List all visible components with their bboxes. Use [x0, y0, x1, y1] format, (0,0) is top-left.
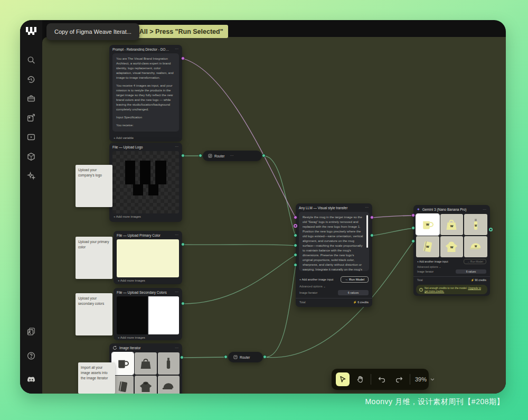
gemini-node-title: Gemini 3 (Nano Banana Pro) [422, 208, 467, 211]
port-llm-out[interactable] [370, 234, 374, 237]
output-cap[interactable]: W [464, 236, 487, 257]
any-llm-node[interactable]: Any LLM — Visual style transfer ⋯ Restyl… [296, 203, 372, 307]
llm-prompt-text[interactable]: Restyle the mug in the target image so t… [299, 212, 369, 271]
cube-3d-icon[interactable] [27, 152, 36, 161]
image-export-icon[interactable] [27, 114, 36, 123]
port-llm-out-prompt[interactable] [370, 216, 374, 219]
note-import-assets[interactable]: Import all your image assets into the Im… [78, 362, 115, 394]
gemini-node[interactable]: ✦ Gemini 3 (Nano Banana Pro) ⋯ W W W W [413, 205, 490, 296]
router-node-1[interactable]: Router ⋯ [203, 151, 262, 161]
iterator-image-grid [109, 352, 182, 394]
zoom-control[interactable]: 39% [414, 376, 435, 382]
prompt-node[interactable]: Prompt - Rebranding Director - DON'T CHA… [109, 45, 182, 142]
add-more-images-button[interactable]: + Add more images [114, 334, 182, 342]
advanced-options-toggle[interactable]: Advanced options ⌄ [413, 265, 490, 269]
redo-button[interactable] [392, 372, 406, 386]
port-prompt-out[interactable] [181, 57, 185, 60]
note-upload-logo[interactable]: Upload your company's logo [76, 165, 112, 207]
router-icon [208, 154, 212, 158]
image-iterator-node[interactable]: Image Iterator ⋯ [109, 343, 182, 394]
port-gemini-in-1[interactable] [411, 226, 415, 230]
port-secondary-out[interactable] [181, 302, 185, 305]
output-notebook[interactable]: W [416, 236, 439, 257]
add-image-input-button[interactable]: + Add another image input [299, 278, 333, 281]
upload-primary-color-node[interactable]: File — Upload Primary Color ⋯ + Add more… [114, 231, 182, 284]
port-gemini-out[interactable] [489, 228, 493, 231]
port-primary-out[interactable] [181, 242, 185, 246]
output-bottle[interactable]: W [464, 214, 487, 235]
credits-value: ⚡ 90 credits [471, 278, 486, 282]
footer-caption: Moonvy 月维，设计素材周刊【#208期】 [365, 397, 504, 407]
node-menu-icon[interactable]: ⋯ [175, 47, 179, 51]
iterator-values-pill[interactable]: 6 values [456, 269, 486, 274]
port-router1-in[interactable] [199, 154, 202, 157]
node-menu-icon[interactable]: ⋯ [175, 145, 179, 149]
undo-button[interactable] [375, 372, 389, 386]
node-menu-icon[interactable]: ⋯ [230, 154, 234, 158]
search-icon[interactable] [27, 55, 36, 64]
output-mug[interactable]: W [416, 214, 439, 235]
node-menu-icon[interactable]: ⋯ [365, 206, 369, 210]
history-icon[interactable] [27, 75, 36, 84]
document-title[interactable]: Copy of Figma Weave Iterat... [46, 23, 139, 40]
router-label: Router [214, 154, 225, 158]
asset-mug[interactable] [112, 352, 134, 375]
add-more-images-button[interactable]: + Add more images [109, 213, 182, 221]
upload-secondary-colors-node[interactable]: File — Upload Secondary Colors ⋯ + Add m… [114, 288, 182, 340]
note-upload-primary[interactable]: Upload your primary color [76, 237, 112, 279]
port-router2-out[interactable] [263, 355, 267, 359]
advanced-options-toggle[interactable]: Advanced options ⌄ [296, 284, 372, 289]
asset-notebook[interactable] [112, 376, 134, 394]
port-gemini-in-prompt[interactable] [411, 213, 415, 217]
port-llm-in-2[interactable] [294, 244, 297, 247]
logo-preview[interactable] [112, 151, 179, 213]
port-router2-in[interactable] [224, 355, 228, 359]
total-label: Total [299, 301, 306, 304]
add-more-images-button[interactable]: + Add more images [114, 277, 182, 285]
secondary-color-swatches[interactable] [117, 296, 179, 334]
node-menu-icon[interactable]: ⋯ [175, 346, 179, 350]
port-llm-in-1[interactable] [294, 234, 297, 237]
run-model-button-disabled[interactable]: → Run Model [464, 259, 486, 264]
sparkles-icon[interactable] [27, 171, 36, 180]
add-image-input-button[interactable]: + Add another image input [417, 260, 448, 263]
toolbar-divider [371, 374, 371, 385]
node-menu-icon[interactable]: ⋯ [175, 233, 179, 237]
asset-cap[interactable] [158, 376, 180, 394]
gallery-icon[interactable] [27, 327, 36, 336]
prompt-text-area[interactable]: You are The Visual Brand Integration Arc… [112, 53, 179, 132]
hand-tool-button[interactable] [353, 372, 367, 386]
port-llm-in-3[interactable] [294, 253, 297, 257]
briefcase-icon[interactable] [27, 94, 36, 103]
help-icon[interactable] [27, 351, 36, 360]
note-upload-secondary[interactable]: Upload your secondary colors [76, 293, 112, 335]
port-router1-out[interactable] [262, 154, 266, 157]
info-icon: ! [419, 288, 423, 292]
toolbar-divider [410, 374, 410, 385]
asset-tote[interactable] [135, 352, 156, 375]
video-icon[interactable] [27, 133, 36, 142]
llm-paragraph: Restyle the mug in the target image so t… [303, 215, 364, 271]
primary-color-swatch[interactable] [117, 239, 179, 277]
asset-bottle[interactable] [158, 352, 180, 375]
select-tool-button[interactable] [336, 372, 350, 386]
router-node-2[interactable]: Router [228, 352, 263, 362]
asset-hoodie[interactable] [135, 376, 156, 394]
port-logo-out[interactable] [181, 154, 185, 157]
add-variable-button[interactable]: + Add variable [109, 135, 182, 142]
output-hoodie[interactable]: W [440, 236, 464, 257]
run-model-button[interactable]: → Run Model [341, 276, 369, 283]
discord-icon[interactable] [27, 375, 36, 384]
output-tote[interactable]: W [440, 214, 464, 235]
node-menu-icon[interactable]: ⋯ [175, 290, 179, 294]
port-llm-in-var[interactable] [294, 224, 297, 228]
port-gemini-in-2[interactable] [411, 239, 415, 243]
node-menu-icon[interactable]: ⋯ [483, 208, 487, 212]
port-llm-in-prompt[interactable] [294, 216, 297, 219]
scrollbar[interactable] [366, 215, 368, 248]
port-llm-in-4[interactable] [294, 263, 297, 267]
iterator-values-pill[interactable]: 6 values [338, 290, 369, 295]
upload-logo-node[interactable]: File — Upload Logo ⋯ + Add more images [109, 143, 182, 222]
port-iterator-out[interactable] [180, 356, 184, 359]
weavy-logo[interactable] [25, 26, 37, 36]
